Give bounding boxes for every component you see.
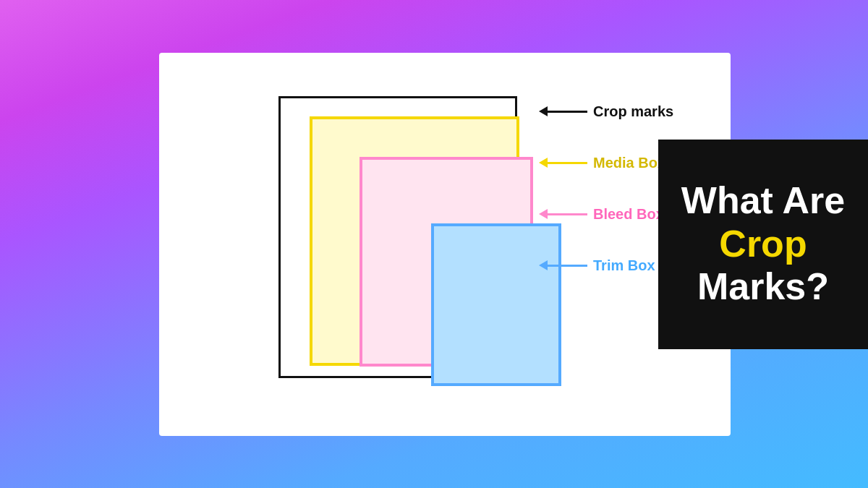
right-panel: What Are Crop Marks? [658,140,868,349]
tick-tl-h [302,96,317,98]
crop-marks-arrow [539,106,587,116]
heading-crop-part: Crop [719,223,807,265]
crop-marks-arrow-line [548,111,587,113]
bleed-box-label-row: Bleed Box [539,206,673,223]
diagram-card: Crop marks Media Box Bleed B [159,53,731,436]
crop-marks-label-row: Crop marks [539,103,673,120]
media-box [310,116,519,366]
trim-box-arrow-line [548,265,587,267]
bleed-box-arrow-line [548,213,587,215]
crop-marks-text: Crop marks [593,103,673,120]
tick-bl-v [278,340,281,354]
media-box-arrow [539,158,587,168]
crop-marks-arrowhead [539,106,548,116]
heading: What Are Crop Marks? [658,165,868,323]
heading-line1: What Are [681,179,845,221]
bleed-box-arrow [539,209,587,219]
media-box-arrow-line [548,162,587,164]
bleed-box-arrowhead [539,209,548,219]
main-container: Crop marks Media Box Bleed B [0,0,868,488]
labels-area: Crop marks Media Box Bleed B [539,103,673,274]
tick-tr-h [479,96,493,98]
bleed-box [359,157,533,367]
trim-box-arrow [539,260,587,270]
crop-marks-box [278,96,517,378]
trim-box-arrowhead [539,260,548,270]
diagram-area: Crop marks Media Box Bleed B [264,89,626,400]
media-box-label-row: Media Box [539,155,673,171]
trim-box-text: Trim Box [593,257,655,274]
heading-line2: Crop Marks? [697,223,829,308]
tick-tl-v [278,120,281,134]
bleed-box-text: Bleed Box [593,206,664,223]
media-box-arrowhead [539,158,548,168]
trim-box-label-row: Trim Box [539,257,673,274]
heading-marks-part: Marks? [697,265,829,307]
media-box-text: Media Box [593,155,665,171]
tick-bl-h [302,376,317,378]
